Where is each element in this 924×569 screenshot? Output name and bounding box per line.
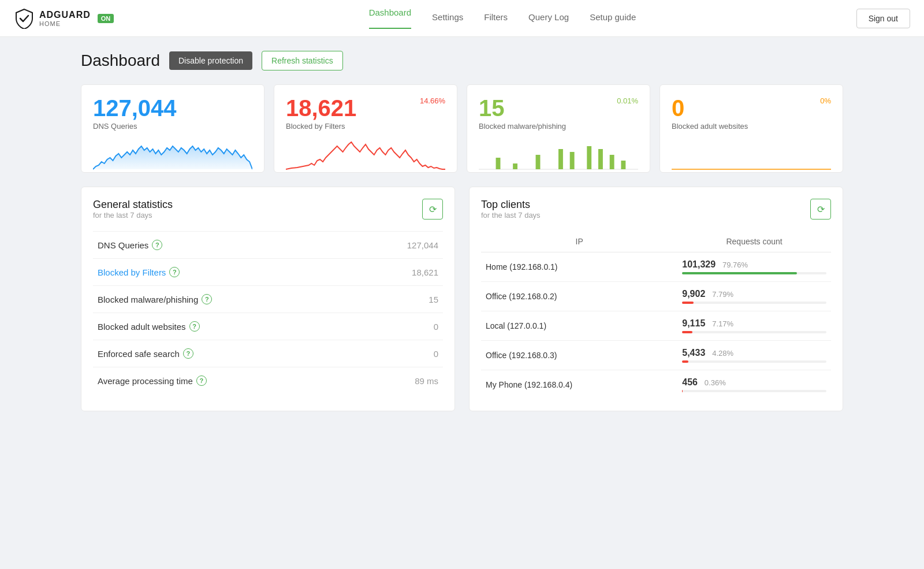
general-stats-table: DNS Queries ? 127,044 Blocked by Filters… xyxy=(93,231,443,394)
top-clients-table: IP Requests count Home (192.168.0.1) 101… xyxy=(481,231,831,399)
nav-query-log[interactable]: Query Log xyxy=(528,12,569,24)
client-progress-bar-2 xyxy=(682,331,692,333)
blocked-adult-number: 0 xyxy=(672,96,684,120)
nav-signout-area: Sign out xyxy=(856,9,910,28)
dns-queries-number: 127,044 xyxy=(93,96,177,120)
svg-rect-4 xyxy=(558,149,563,169)
nav-setup-guide[interactable]: Setup guide xyxy=(590,12,636,24)
dns-queries-help-icon[interactable]: ? xyxy=(152,240,162,250)
client-count-4: 456 xyxy=(682,377,698,387)
clients-table-header-row: IP Requests count xyxy=(481,231,831,252)
disable-protection-button[interactable]: Disable protection xyxy=(169,51,252,70)
client-name-4: My Phone (192.168.0.4) xyxy=(481,370,677,400)
blocked-adult-row-label: Blocked adult websites ? xyxy=(98,321,352,332)
client-count-2: 9,115 xyxy=(682,318,705,328)
safe-search-help-icon[interactable]: ? xyxy=(183,348,193,359)
client-row-3: Office (192.168.0.3) 5,433 4.28% xyxy=(481,341,831,370)
client-progress-wrap-4 xyxy=(682,390,826,392)
client-count-0: 101,329 xyxy=(682,259,716,269)
client-count-cell-4: 456 0.36% xyxy=(677,370,831,400)
nav-logo-text: ADGUARD HOME xyxy=(39,10,91,27)
stat-card-adult: 0 0% Blocked adult websites xyxy=(660,84,843,173)
enforced-safe-search-row-label: Enforced safe search ? xyxy=(98,348,352,359)
client-count-cell-2: 9,115 7.17% xyxy=(677,311,831,341)
client-row-4: My Phone (192.168.0.4) 456 0.36% xyxy=(481,370,831,400)
client-name-0: Home (192.168.0.1) xyxy=(481,252,677,282)
client-progress-bar-3 xyxy=(682,360,688,363)
dns-queries-row-label: DNS Queries ? xyxy=(98,240,352,250)
clients-col-ip: IP xyxy=(481,231,677,252)
stats-row-avg-time: Average processing time ? 89 ms xyxy=(93,367,443,395)
stat-card-dns: 127,044 DNS Queries xyxy=(81,84,264,173)
stat-card-malware-header: 15 0.01% xyxy=(479,96,638,120)
refresh-statistics-button[interactable]: Refresh statistics xyxy=(262,51,343,70)
svg-rect-2 xyxy=(513,163,517,169)
stats-row-blocked-filters: Blocked by Filters ? 18,621 xyxy=(93,259,443,286)
signout-button[interactable]: Sign out xyxy=(856,9,910,28)
client-progress-wrap-1 xyxy=(682,302,826,304)
client-percent-1: 7.79% xyxy=(712,290,733,299)
client-count-3: 5,433 xyxy=(682,348,705,358)
stat-card-malware: 15 0.01% Blocked malware/phishing xyxy=(467,84,650,173)
stat-card-adult-header: 0 0% xyxy=(672,96,831,120)
stats-row-malware: Blocked malware/phishing ? 15 xyxy=(93,286,443,313)
blocked-malware-help-icon[interactable]: ? xyxy=(202,294,212,304)
top-clients-header: Top clients for the last 7 days ⟳ xyxy=(481,199,831,229)
blocked-filters-chart xyxy=(286,137,445,172)
clients-tbody: Home (192.168.0.1) 101,329 79.76% Office… xyxy=(481,252,831,400)
main-content: Dashboard Disable protection Refresh sta… xyxy=(58,37,866,425)
nav-filters[interactable]: Filters xyxy=(484,12,508,24)
client-name-1: Office (192.168.0.2) xyxy=(481,282,677,311)
blocked-filters-row-label[interactable]: Blocked by Filters ? xyxy=(98,267,352,277)
blocked-filters-help-icon[interactable]: ? xyxy=(169,267,180,277)
general-stats-title-area: General statistics for the last 7 days xyxy=(93,199,173,229)
client-count-1: 9,902 xyxy=(682,289,705,299)
top-clients-card: Top clients for the last 7 days ⟳ IP Req… xyxy=(469,187,843,411)
client-count-cell-3: 5,433 4.28% xyxy=(677,341,831,370)
blocked-filters-row-value: 18,621 xyxy=(356,259,443,286)
top-clients-refresh-button[interactable]: ⟳ xyxy=(810,199,831,220)
blocked-filters-percent: 14.66% xyxy=(420,96,445,105)
nav-links: Dashboard Settings Filters Query Log Set… xyxy=(148,8,856,29)
avg-processing-time-row-value: 89 ms xyxy=(356,367,443,395)
avg-processing-time-row-label: Average processing time ? xyxy=(98,375,352,386)
blocked-malware-label: Blocked malware/phishing xyxy=(479,122,638,131)
client-name-2: Local (127.0.0.1) xyxy=(481,311,677,341)
blocked-filters-number: 18,621 xyxy=(286,96,356,120)
client-progress-bar-4 xyxy=(682,390,683,392)
navbar: ADGUARD HOME ON Dashboard Settings Filte… xyxy=(0,0,924,37)
stats-row-safe-search: Enforced safe search ? 0 xyxy=(93,340,443,367)
stat-cards: 127,044 DNS Queries 18,621 xyxy=(81,84,843,173)
client-progress-wrap-0 xyxy=(682,272,826,274)
blocked-adult-label: Blocked adult websites xyxy=(672,122,831,131)
nav-settings[interactable]: Settings xyxy=(432,12,463,24)
general-stats-title: General statistics xyxy=(93,199,173,211)
client-name-3: Office (192.168.0.3) xyxy=(481,341,677,370)
nav-dashboard[interactable]: Dashboard xyxy=(369,8,411,29)
blocked-malware-number: 15 xyxy=(479,96,505,120)
clients-table-wrapper: IP Requests count Home (192.168.0.1) 101… xyxy=(481,231,831,399)
blocked-malware-row-value: 15 xyxy=(356,286,443,313)
stat-card-blocked-header: 18,621 14.66% xyxy=(286,96,445,120)
blocked-adult-chart xyxy=(672,137,831,172)
top-clients-subtitle: for the last 7 days xyxy=(481,211,541,220)
client-percent-2: 7.17% xyxy=(712,319,733,328)
clients-col-requests: Requests count xyxy=(677,231,831,252)
client-count-cell-1: 9,902 7.79% xyxy=(677,282,831,311)
client-row-0: Home (192.168.0.1) 101,329 79.76% xyxy=(481,252,831,282)
client-progress-bar-1 xyxy=(682,302,693,304)
stats-row-adult: Blocked adult websites ? 0 xyxy=(93,313,443,340)
blocked-filters-label: Blocked by Filters xyxy=(286,122,445,131)
avg-time-help-icon[interactable]: ? xyxy=(196,375,207,386)
blocked-adult-row-value: 0 xyxy=(356,313,443,340)
svg-rect-9 xyxy=(621,161,625,169)
client-row-2: Local (127.0.0.1) 9,115 7.17% xyxy=(481,311,831,341)
blocked-adult-help-icon[interactable]: ? xyxy=(189,321,200,332)
client-count-cell-0: 101,329 79.76% xyxy=(677,252,831,282)
client-row-1: Office (192.168.0.2) 9,902 7.79% xyxy=(481,282,831,311)
blocked-malware-row-label: Blocked malware/phishing ? xyxy=(98,294,352,304)
logo-title: ADGUARD xyxy=(39,10,91,20)
svg-rect-3 xyxy=(536,155,541,169)
general-stats-refresh-button[interactable]: ⟳ xyxy=(422,199,443,220)
dns-queries-label: DNS Queries xyxy=(93,122,252,131)
